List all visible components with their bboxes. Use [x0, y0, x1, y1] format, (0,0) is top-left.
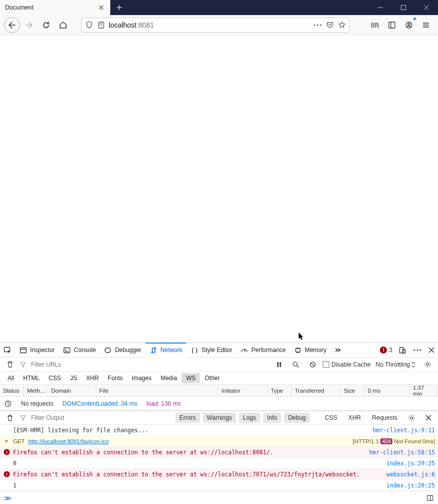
new-tab-button[interactable] — [110, 0, 128, 15]
svg-rect-26 — [20, 348, 26, 353]
network-filter-input[interactable] — [29, 360, 109, 369]
col-method[interactable]: Meth… — [24, 385, 48, 396]
pocket-icon[interactable] — [325, 21, 334, 30]
devtools-overflow-button[interactable] — [331, 343, 345, 358]
source-link[interactable]: index.js:20:25 — [386, 482, 435, 489]
tab-performance[interactable]: Performance — [236, 343, 290, 358]
filter-xhr[interactable]: XHR — [82, 373, 103, 383]
page-actions-icon[interactable] — [313, 21, 322, 30]
col-transferred[interactable]: Transferred — [292, 385, 341, 396]
col-status[interactable]: Status — [0, 385, 24, 396]
back-button[interactable] — [4, 17, 20, 33]
tab-network[interactable]: Network — [145, 343, 186, 358]
filter-images[interactable]: Images — [127, 373, 156, 383]
disable-cache-checkbox[interactable]: Disable Cache — [323, 361, 370, 368]
toggle-xhr[interactable]: XHR — [344, 414, 365, 421]
responsive-design-button[interactable] — [395, 343, 410, 358]
col-waterfall-start[interactable]: 0 ms — [365, 385, 410, 396]
console-message[interactable]: ! Firefox can't establish a connection t… — [0, 469, 438, 480]
source-link[interactable]: hmr-client.js:9:11 — [372, 427, 435, 434]
console-message[interactable]: [ESM-HMR] listening for file changes... … — [0, 425, 438, 436]
console-filter-input[interactable] — [29, 413, 109, 422]
url-input[interactable]: localhost:8081 — [109, 21, 310, 29]
toggle-css[interactable]: CSS — [321, 414, 341, 421]
col-initiator[interactable]: Initiator — [218, 385, 268, 396]
console-message[interactable]: GET http://localhost:8081/favicon.ico [H… — [0, 436, 438, 447]
account-icon[interactable] — [401, 17, 417, 33]
url-port: :8081 — [136, 21, 154, 29]
level-logs[interactable]: Logs — [239, 413, 260, 423]
tab-debugger[interactable]: Debugger — [100, 343, 145, 358]
devtools-meatball-button[interactable] — [410, 343, 425, 358]
level-errors[interactable]: Errors — [175, 413, 200, 423]
forward-button[interactable] — [21, 17, 37, 33]
console-message[interactable]: 1 index.js:20:25 — [0, 480, 438, 491]
tab-inspector[interactable]: Inspector — [15, 343, 59, 358]
star-icon[interactable] — [337, 21, 346, 30]
maximize-button[interactable] — [392, 0, 415, 15]
tab-style-editor[interactable]: Style Editor — [186, 343, 236, 358]
disclosure-icon[interactable] — [3, 438, 10, 445]
col-type[interactable]: Type — [268, 385, 292, 396]
source-link[interactable]: index.js:20:25 — [386, 460, 435, 467]
close-tab-button[interactable] — [97, 4, 105, 12]
svg-point-13 — [320, 24, 322, 26]
perf-analysis-icon[interactable] — [4, 400, 12, 408]
col-file[interactable]: File — [96, 385, 218, 396]
home-button[interactable] — [55, 17, 71, 33]
console-settings-button[interactable] — [404, 410, 419, 425]
source-link[interactable]: hmr-client.js:58:15 — [369, 449, 435, 456]
devtools-close-button[interactable] — [425, 343, 438, 358]
filter-funnel-icon — [20, 362, 26, 368]
filter-js[interactable]: JS — [66, 373, 82, 383]
element-picker-button[interactable] — [0, 343, 15, 358]
shield-icon[interactable] — [85, 21, 94, 30]
page-info-icon[interactable] — [97, 21, 106, 30]
block-button[interactable] — [306, 357, 320, 372]
title-bar-drag[interactable] — [128, 0, 369, 15]
minimize-button[interactable] — [369, 0, 392, 15]
col-waterfall-end[interactable]: 1.37 min — [410, 385, 438, 396]
search-button[interactable] — [289, 357, 303, 372]
level-warnings[interactable]: Warnings — [203, 413, 236, 423]
col-domain[interactable]: Domain — [48, 385, 96, 396]
menu-icon[interactable] — [418, 17, 434, 33]
performance-icon — [240, 346, 248, 354]
filter-media[interactable]: Media — [156, 373, 181, 383]
error-icon: ! — [3, 471, 10, 478]
filter-ws[interactable]: WS — [181, 373, 200, 383]
console-prompt[interactable]: ≫ — [0, 491, 438, 504]
svg-line-41 — [311, 363, 315, 366]
editor-toggle-icon[interactable] — [426, 494, 434, 502]
filter-css[interactable]: CSS — [44, 373, 66, 383]
filter-html[interactable]: HTML — [19, 373, 44, 383]
library-icon[interactable] — [367, 17, 383, 33]
toggle-requests[interactable]: Requests — [368, 414, 401, 421]
svg-point-38 — [293, 362, 297, 366]
filter-all[interactable]: All — [3, 373, 19, 383]
close-window-button[interactable] — [415, 0, 438, 15]
url-bar[interactable]: localhost:8081 — [81, 18, 350, 33]
level-debug[interactable]: Debug — [284, 413, 310, 423]
console-message[interactable]: 0 index.js:20:25 — [0, 458, 438, 469]
filter-fonts[interactable]: Fonts — [103, 373, 127, 383]
col-size[interactable]: Size — [341, 385, 365, 396]
tab-memory[interactable]: Memory — [290, 343, 330, 358]
error-count-button[interactable]: !3 — [377, 347, 395, 354]
request-url[interactable]: http://localhost:8081/favicon.ico — [29, 438, 109, 444]
network-settings-button[interactable] — [420, 357, 435, 372]
style-editor-icon — [190, 346, 198, 354]
throttling-select[interactable]: No Throttling — [374, 361, 417, 368]
console-close-button[interactable] — [422, 410, 435, 425]
source-link[interactable]: websocket.js:6 — [386, 471, 435, 478]
clear-console-button[interactable] — [3, 410, 17, 425]
clear-network-button[interactable] — [3, 357, 17, 372]
pause-button[interactable] — [273, 357, 286, 372]
sidebars-icon[interactable] — [384, 17, 400, 33]
filter-other[interactable]: Other — [200, 373, 224, 383]
level-info[interactable]: Info — [263, 413, 281, 423]
reload-button[interactable] — [38, 17, 54, 33]
browser-tab[interactable]: Document — [0, 0, 110, 15]
tab-console[interactable]: Console — [59, 343, 100, 358]
console-message[interactable]: ! Firefox can't establish a connection t… — [0, 447, 438, 458]
